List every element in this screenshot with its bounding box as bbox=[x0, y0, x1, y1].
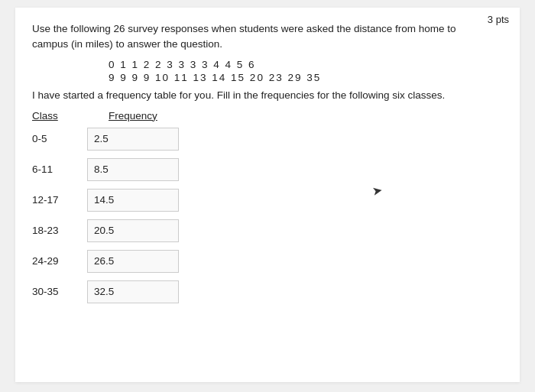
freq-input-4[interactable] bbox=[87, 250, 179, 273]
class-label-1: 6-11 bbox=[32, 164, 70, 175]
intro-text: Use the following 26 survey responses wh… bbox=[32, 21, 475, 53]
table-row: 12-17 bbox=[32, 189, 503, 212]
class-label-0: 0-5 bbox=[32, 133, 70, 144]
pts-label: 3 pts bbox=[488, 14, 509, 25]
table-header: Class Frequency bbox=[32, 110, 503, 121]
freq-input-2[interactable] bbox=[87, 189, 179, 212]
header-frequency: Frequency bbox=[109, 110, 157, 121]
class-label-2: 12-17 bbox=[32, 194, 70, 206]
class-label-4: 24-29 bbox=[32, 255, 70, 267]
data-row-2: 9 9 9 9 10 11 13 14 15 20 23 29 35 bbox=[109, 72, 503, 83]
freq-input-5[interactable] bbox=[87, 280, 179, 303]
frequency-table: Class Frequency 0-5 6-11 12-17 18-23 24-… bbox=[32, 110, 503, 303]
table-row: 18-23 bbox=[32, 219, 503, 242]
page-container: 3 pts Use the following 26 survey respon… bbox=[15, 8, 520, 382]
freq-input-1[interactable] bbox=[87, 158, 179, 181]
freq-input-3[interactable] bbox=[87, 219, 179, 242]
instruction-text: I have started a frequency table for you… bbox=[32, 89, 503, 101]
header-class: Class bbox=[32, 110, 78, 121]
table-row: 0-5 bbox=[32, 128, 503, 151]
table-row: 30-35 bbox=[32, 280, 503, 303]
freq-input-0[interactable] bbox=[87, 128, 179, 151]
table-row: 24-29 bbox=[32, 250, 503, 273]
data-row-1: 0 1 1 2 2 3 3 3 3 4 4 5 6 bbox=[109, 59, 503, 70]
table-row: 6-11 bbox=[32, 158, 503, 181]
class-label-5: 30-35 bbox=[32, 286, 70, 297]
class-label-3: 18-23 bbox=[32, 225, 70, 236]
